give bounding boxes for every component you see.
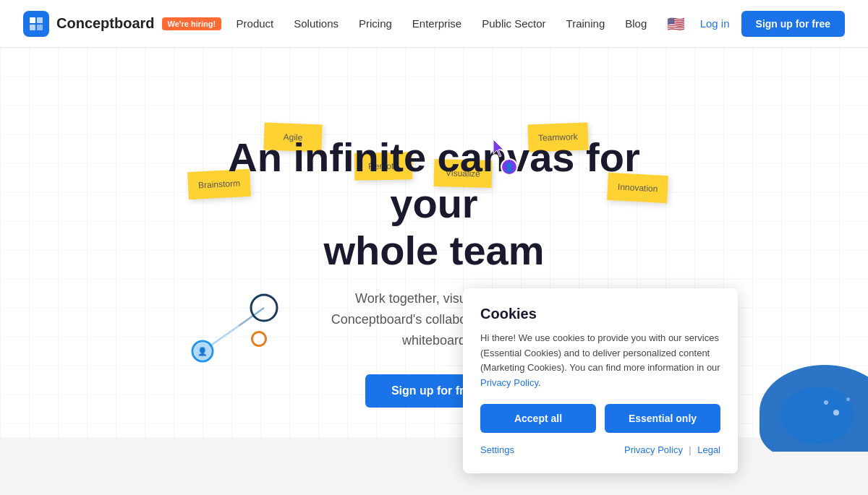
- svg-rect-1: [37, 17, 43, 23]
- cookie-legal-link[interactable]: Legal: [697, 444, 720, 455]
- svg-rect-0: [30, 17, 35, 23]
- nav-product[interactable]: Product: [237, 17, 274, 30]
- cookie-privacy-footer-link[interactable]: Privacy Policy: [624, 444, 683, 455]
- hiring-badge: We're hiring!: [162, 17, 222, 30]
- hero-title: An infinite canvas for your whole team: [217, 134, 651, 274]
- language-flag[interactable]: 🇺🇸: [667, 15, 685, 33]
- essential-only-button[interactable]: Essential only: [605, 404, 720, 433]
- illustration-left: 👤: [188, 286, 289, 369]
- logo-icon: [23, 11, 49, 37]
- cookie-settings-link[interactable]: Settings: [480, 444, 514, 455]
- nav-solutions[interactable]: Solutions: [294, 17, 339, 30]
- main-nav: Product Solutions Pricing Enterprise Pub…: [237, 15, 686, 33]
- bottom-section: [0, 437, 868, 495]
- nav-public-sector[interactable]: Public Sector: [482, 17, 545, 30]
- accept-all-button[interactable]: Accept all: [480, 404, 596, 433]
- header-signup-button[interactable]: Sign up for free: [741, 11, 845, 37]
- header-actions: Log in Sign up for free: [700, 11, 845, 37]
- cookie-footer-right: Privacy Policy | Legal: [624, 443, 720, 456]
- cursor-purple: 👤: [492, 138, 518, 176]
- nav-pricing[interactable]: Pricing: [359, 17, 392, 30]
- nav-training[interactable]: Training: [566, 17, 605, 30]
- nav-enterprise[interactable]: Enterprise: [412, 17, 461, 30]
- logo-text: Conceptboard: [56, 15, 155, 32]
- cookie-banner: Cookies Hi there! We use cookies to prov…: [463, 288, 738, 473]
- svg-text:👤: 👤: [197, 346, 208, 356]
- cookie-privacy-link[interactable]: Privacy Policy: [480, 377, 538, 388]
- cookie-title: Cookies: [480, 306, 720, 322]
- site-header: Conceptboard We're hiring! Product Solut…: [0, 0, 868, 48]
- svg-rect-2: [30, 25, 35, 30]
- blue-decoration: [752, 365, 868, 452]
- cookie-buttons: Accept all Essential only: [480, 404, 720, 433]
- logo-area: Conceptboard We're hiring!: [23, 11, 221, 37]
- login-button[interactable]: Log in: [700, 17, 730, 30]
- nav-blog[interactable]: Blog: [625, 17, 647, 30]
- main-content: Brainstorm Agile Remote Visualize Teamwo…: [0, 48, 868, 495]
- cookie-footer: Settings Privacy Policy | Legal: [480, 443, 720, 456]
- cookie-text: Hi there! We use cookies to provide you …: [480, 331, 720, 391]
- svg-rect-3: [37, 25, 43, 30]
